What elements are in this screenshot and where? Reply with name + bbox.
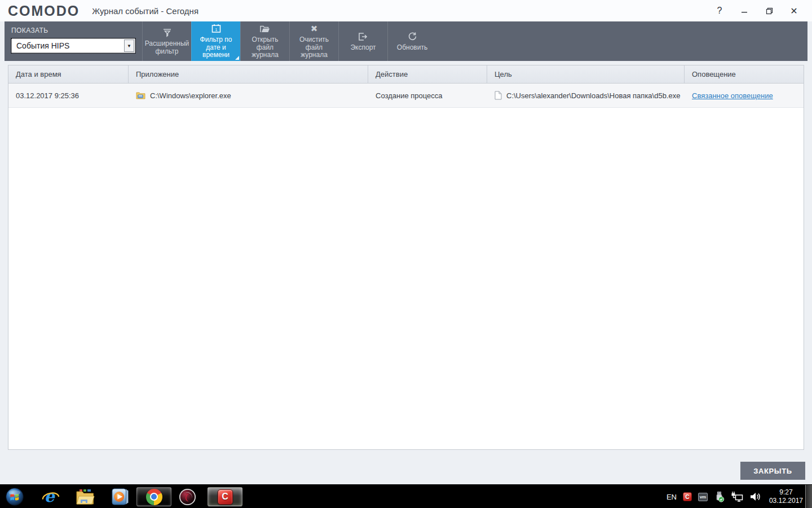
comodo-logo: COMODO [8,3,80,19]
windows-start-orb-icon [5,487,24,506]
column-header-action[interactable]: Действие [368,65,487,83]
comodo-event-log-window: COMODO Журнал событий - Сегодня ? ✕ ПОКА… [0,0,812,484]
table-header-row: Дата и время Приложение Действие Цель Оп… [8,65,804,84]
table-row[interactable]: 03.12.2017 9:25:36 C:\Windows\explorer.e… [8,84,804,108]
svg-text:1: 1 [215,28,217,32]
open-log-file-button[interactable]: Открыть файл журнала [240,21,289,61]
show-desktop-button[interactable] [805,485,812,508]
toolbar-button-label: Открыть файл журнала [242,36,288,59]
restore-icon [766,7,773,15]
export-icon [358,31,368,41]
tray-vmware-icon[interactable]: vm [698,493,708,501]
toolbar-button-label: Расширенный фильтр [144,40,189,55]
cell-target: C:\Users\alexander\Downloads\Новая папка… [487,91,685,100]
advanced-filter-icon [162,27,172,37]
show-filter-group: ПОКАЗАТЬ События HIPS ▼ [5,21,142,61]
related-alert-link[interactable]: Связанное оповещение [692,91,773,100]
close-window-button[interactable]: ✕ [782,2,806,19]
svg-text:e: e [45,488,56,506]
language-indicator[interactable]: EN [667,493,677,501]
date-time-filter-icon: 1 [211,23,221,33]
windows-taskbar: e [0,484,812,508]
toolbar-button-label: Экспорт [350,44,376,52]
cell-application: C:\Windows\explorer.exe [129,91,368,100]
window-controls: ? ✕ [707,2,806,19]
windows-explorer-taskbar-icon[interactable] [72,487,98,506]
column-header-application[interactable]: Приложение [129,65,368,83]
file-icon [495,91,502,100]
event-type-value: События HIPS [12,41,124,50]
internet-explorer-taskbar-icon[interactable]: e [38,487,63,506]
toolbar-empty-area [436,21,807,61]
advanced-filter-button[interactable]: Расширенный фильтр [142,21,191,61]
column-header-target[interactable]: Цель [487,65,685,83]
clock-date: 03.12.2017 [769,497,803,505]
system-tray: EN C vm [667,485,803,508]
toolbar-button-label: Обновить [397,44,427,52]
cell-datetime: 03.12.2017 9:25:36 [8,91,129,100]
minimize-icon [741,7,748,14]
tray-volume-icon[interactable] [749,491,761,502]
refresh-icon [408,31,417,41]
tray-network-icon[interactable] [731,491,743,502]
toolbar-button-label: Фильтр по дате и времени [193,36,239,59]
minimize-button[interactable] [732,2,757,19]
date-time-filter-button[interactable]: 1 Фильтр по дате и времени [191,21,240,61]
cell-alert: Связанное оповещение [685,91,804,100]
event-log-table: Дата и время Приложение Действие Цель Оп… [8,65,804,450]
target-path: C:\Users\alexander\Downloads\Новая папка… [506,91,680,100]
windows-media-player-taskbar-icon[interactable] [108,487,133,506]
cell-action: Создание процесса [368,91,487,100]
event-type-dropdown[interactable]: События HIPS ▼ [11,38,135,53]
title-bar: COMODO Журнал событий - Сегодня ? ✕ [0,0,812,21]
chrome-icon [146,489,162,505]
column-header-datetime[interactable]: Дата и время [8,65,129,83]
application-path: C:\Windows\explorer.exe [150,91,231,100]
toolbar-button-label: Очистить файл журнала [292,36,337,59]
explorer-folder-icon [136,91,145,99]
dropdown-arrow-icon[interactable]: ▼ [124,40,134,52]
column-header-alert[interactable]: Оповещение [685,65,804,83]
comodo-c-icon: C [218,489,233,505]
help-button[interactable]: ? [707,2,732,19]
open-log-file-icon [260,23,270,33]
close-dialog-button[interactable]: ЗАКРЫТЬ [740,462,805,480]
tray-clock[interactable]: 9:27 03.12.2017 [769,488,803,505]
window-title: Журнал событий - Сегодня [92,6,198,16]
clear-log-file-button[interactable]: ✖ Очистить файл журнала [289,21,338,61]
chrome-taskbar-button[interactable] [136,487,171,506]
tray-usb-icon[interactable] [714,491,725,502]
clock-time: 9:27 [769,488,803,497]
start-button[interactable] [2,487,27,506]
refresh-button[interactable]: Обновить [387,21,436,61]
show-label: ПОКАЗАТЬ [11,27,135,34]
toolbar: ПОКАЗАТЬ События HIPS ▼ Расширенный филь… [5,21,807,61]
clear-log-file-icon: ✖ [311,23,318,33]
comodo-taskbar-button[interactable]: C [208,487,242,506]
tray-comodo-icon[interactable]: C [683,492,692,501]
comodo-dragon-taskbar-icon[interactable] [174,487,200,506]
export-button[interactable]: Экспорт [338,21,387,61]
maximize-restore-button[interactable] [757,2,782,19]
